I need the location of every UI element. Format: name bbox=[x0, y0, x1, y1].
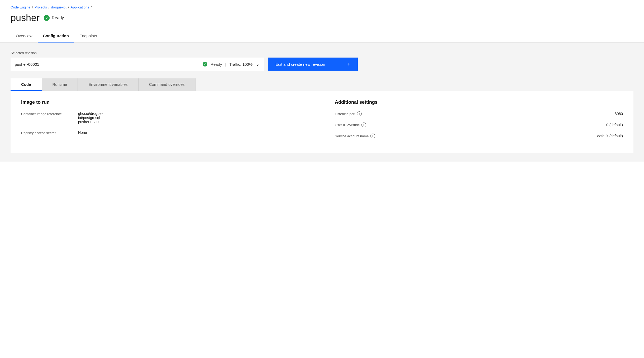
breadcrumb-code-engine[interactable]: Code Engine bbox=[11, 5, 30, 9]
listening-port-row: Listening port i 8080 bbox=[335, 111, 623, 116]
tab-configuration[interactable]: Configuration bbox=[38, 30, 74, 43]
user-id-override-value: 0 (default) bbox=[606, 123, 623, 127]
edit-create-revision-button[interactable]: Edit and create new revision + bbox=[268, 58, 358, 71]
status-label: Ready bbox=[52, 16, 64, 20]
revision-status: Ready bbox=[211, 62, 222, 67]
container-image-label: Container image reference bbox=[21, 111, 74, 116]
subtab-runtime[interactable]: Runtime bbox=[42, 78, 78, 91]
registry-access-row: Registry access secret None bbox=[21, 130, 309, 135]
service-account-name-value: default (default) bbox=[597, 134, 623, 138]
main-content: Selected revision pusher-00001 ✓ Ready |… bbox=[0, 43, 644, 162]
registry-access-value: None bbox=[78, 130, 87, 135]
listening-port-label: Listening port i bbox=[335, 111, 393, 116]
revision-selector[interactable]: pusher-00001 ✓ Ready | Traffic: 100% ⌄ bbox=[11, 58, 264, 71]
listening-port-value: 8080 bbox=[615, 112, 623, 116]
page-wrapper: Code Engine / Projects / drogue-iot / Ap… bbox=[0, 0, 644, 358]
user-id-override-label: User ID override i bbox=[335, 123, 393, 127]
edit-button-label: Edit and create new revision bbox=[275, 62, 325, 67]
page-title: pusher bbox=[11, 12, 40, 23]
user-id-info-icon[interactable]: i bbox=[361, 123, 366, 127]
breadcrumb-sep-1: / bbox=[32, 5, 33, 9]
edit-button-plus-icon: + bbox=[347, 61, 350, 67]
service-account-info-icon[interactable]: i bbox=[370, 134, 375, 138]
traffic-info: Traffic: 100% bbox=[229, 62, 252, 67]
subtab-environment-variables[interactable]: Environment variables bbox=[78, 78, 138, 91]
additional-settings-section: Additional settings Listening port i 808… bbox=[322, 100, 623, 145]
revision-ready-icon: ✓ bbox=[203, 62, 207, 67]
revision-selector-left: pusher-00001 bbox=[15, 62, 39, 67]
service-account-name-row: Service account name i default (default) bbox=[335, 134, 623, 138]
chevron-down-icon: ⌄ bbox=[256, 61, 260, 67]
main-tabs-nav: Overview Configuration Endpoints bbox=[0, 30, 644, 43]
breadcrumb-applications[interactable]: Applications bbox=[71, 5, 89, 9]
status-badge: ✓ Ready bbox=[44, 15, 64, 21]
user-id-override-row: User ID override i 0 (default) bbox=[335, 123, 623, 127]
subtab-command-overrides[interactable]: Command overrides bbox=[139, 78, 195, 91]
subtab-code[interactable]: Code bbox=[11, 78, 42, 91]
breadcrumb-sep-3: / bbox=[68, 5, 69, 9]
container-image-value: ghcr.io/drogue-iot/postgresql-pusher:0.2… bbox=[78, 111, 103, 124]
image-section-title: Image to run bbox=[21, 100, 309, 105]
breadcrumb-projects[interactable]: Projects bbox=[35, 5, 47, 9]
tab-endpoints[interactable]: Endpoints bbox=[74, 30, 102, 43]
selected-revision-label: Selected revision bbox=[11, 51, 633, 55]
revision-row: pusher-00001 ✓ Ready | Traffic: 100% ⌄ E… bbox=[11, 58, 633, 71]
tab-overview[interactable]: Overview bbox=[11, 30, 38, 43]
registry-access-label: Registry access secret bbox=[21, 130, 74, 135]
revision-selector-right: ✓ Ready | Traffic: 100% ⌄ bbox=[203, 61, 260, 67]
subtabs-nav: Code Runtime Environment variables Comma… bbox=[11, 78, 633, 91]
additional-section-title: Additional settings bbox=[335, 100, 623, 105]
page-title-row: pusher ✓ Ready bbox=[11, 12, 633, 23]
image-to-run-section: Image to run Container image reference g… bbox=[21, 100, 322, 145]
service-account-name-label: Service account name i bbox=[335, 134, 393, 138]
revision-name: pusher-00001 bbox=[15, 62, 39, 67]
breadcrumb-sep-2: / bbox=[49, 5, 50, 9]
container-image-row: Container image reference ghcr.io/drogue… bbox=[21, 111, 309, 124]
content-card: Image to run Container image reference g… bbox=[11, 91, 633, 153]
listening-port-info-icon[interactable]: i bbox=[357, 111, 362, 116]
pipe-separator: | bbox=[225, 62, 226, 67]
header-section: Code Engine / Projects / drogue-iot / Ap… bbox=[0, 0, 644, 23]
breadcrumb-sep-4: / bbox=[91, 5, 92, 9]
ready-icon: ✓ bbox=[44, 15, 50, 21]
breadcrumb: Code Engine / Projects / drogue-iot / Ap… bbox=[11, 5, 633, 9]
breadcrumb-drogue-iot[interactable]: drogue-iot bbox=[51, 5, 66, 9]
